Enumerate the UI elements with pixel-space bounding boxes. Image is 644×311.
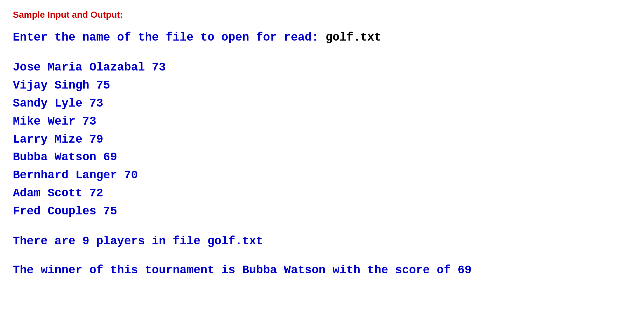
prompt-text: Enter the name of the file to open for r… (13, 31, 326, 44)
player-entry: Jose Maria Olazabal 73 (13, 59, 631, 77)
player-entry: Adam Scott 72 (13, 184, 631, 203)
player-entry: Bernhard Langer 70 (13, 166, 631, 184)
section-heading: Sample Input and Output: (13, 10, 631, 20)
player-entry: Bubba Watson 69 (13, 148, 631, 166)
input-filename: golf.txt (326, 31, 381, 44)
player-entry: Fred Couples 75 (13, 203, 631, 221)
page-container: Sample Input and Output: Enter the name … (13, 10, 631, 278)
player-entry: Mike Weir 73 (13, 113, 631, 131)
players-section: Jose Maria Olazabal 73Vijay Singh 75Sand… (13, 59, 631, 220)
player-entry: Larry Mize 79 (13, 131, 631, 149)
player-entry: Vijay Singh 75 (13, 77, 631, 95)
winner-line: The winner of this tournament is Bubba W… (13, 262, 631, 278)
player-entry: Sandy Lyle 73 (13, 95, 631, 113)
summary-line: There are 9 players in file golf.txt (13, 233, 631, 250)
prompt-line: Enter the name of the file to open for r… (13, 30, 631, 46)
